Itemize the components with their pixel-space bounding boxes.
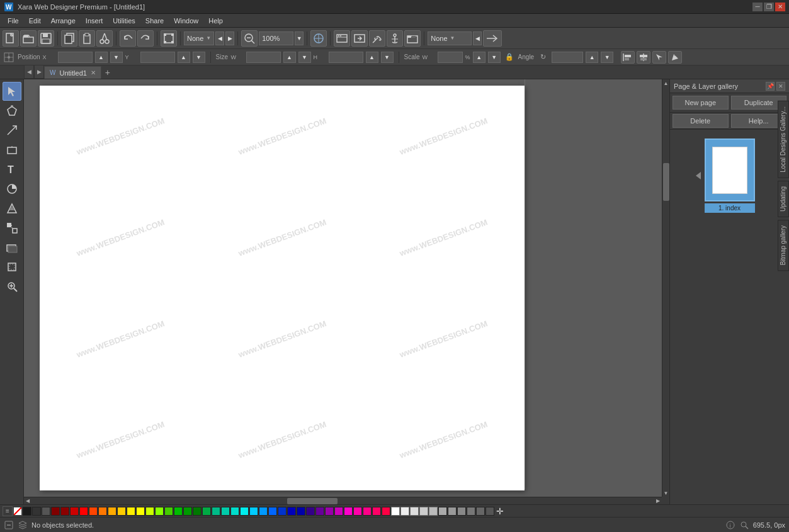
forward-button[interactable] bbox=[483, 30, 502, 47]
swatch-15[interactable] bbox=[155, 507, 164, 516]
snap-button[interactable] bbox=[310, 30, 327, 47]
swatch-13[interactable] bbox=[136, 507, 145, 516]
w-up-btn[interactable]: ▲ bbox=[283, 52, 296, 63]
swatch-10[interactable] bbox=[108, 507, 116, 516]
menu-share[interactable]: Share bbox=[140, 16, 169, 26]
swatch-25[interactable] bbox=[249, 507, 258, 516]
doc-tab-untitled1[interactable]: W Untitled1 ✕ bbox=[44, 66, 101, 79]
tab-button[interactable] bbox=[404, 30, 421, 47]
swatch-36[interactable] bbox=[353, 507, 362, 516]
x-down-btn[interactable]: ▼ bbox=[110, 52, 123, 63]
swatch-43[interactable] bbox=[419, 507, 428, 516]
swatch-27[interactable] bbox=[268, 507, 277, 516]
swatch-37[interactable] bbox=[363, 507, 372, 516]
menu-insert[interactable]: Insert bbox=[81, 16, 108, 26]
color-add-btn[interactable]: ✛ bbox=[495, 506, 505, 516]
tab-close-btn[interactable]: ✕ bbox=[91, 69, 96, 76]
anchor-button[interactable] bbox=[387, 30, 403, 47]
swatch-34[interactable] bbox=[334, 507, 343, 516]
panel-close-button[interactable]: ✕ bbox=[776, 82, 785, 91]
swatch-26[interactable] bbox=[259, 507, 268, 516]
shadow-tool-btn[interactable] bbox=[3, 238, 21, 257]
swatch-5[interactable] bbox=[60, 507, 69, 516]
swatch-42[interactable] bbox=[410, 507, 419, 516]
swatch-11[interactable] bbox=[117, 507, 126, 516]
new-button[interactable] bbox=[3, 30, 19, 47]
sw-down-btn[interactable]: ▼ bbox=[488, 52, 501, 63]
none-dropdown[interactable]: None ▼ bbox=[428, 31, 472, 45]
swatch-38[interactable] bbox=[372, 507, 381, 516]
w-down-btn[interactable]: ▼ bbox=[298, 52, 311, 63]
zoom-tool-btn[interactable] bbox=[3, 277, 21, 296]
swatch-29[interactable] bbox=[287, 507, 296, 516]
color-menu-btn[interactable]: ≡ bbox=[3, 506, 13, 516]
fill-dropdown[interactable]: None ▼ bbox=[184, 31, 214, 45]
align-left-btn[interactable] bbox=[621, 51, 635, 64]
swatch-4[interactable] bbox=[51, 507, 60, 516]
swatch-50[interactable] bbox=[485, 507, 494, 516]
local-designs-tab[interactable]: Local Designs Gallery... bbox=[778, 101, 789, 178]
swatch-40[interactable] bbox=[391, 507, 400, 516]
sw-up-btn[interactable]: ▲ bbox=[473, 52, 485, 63]
swatch-41[interactable] bbox=[400, 507, 409, 516]
x-up-btn[interactable]: ▲ bbox=[95, 52, 108, 63]
crop-tool-btn[interactable] bbox=[3, 258, 21, 276]
swatch-47[interactable] bbox=[457, 507, 466, 516]
swatch-7[interactable] bbox=[79, 507, 88, 516]
swatch-20[interactable] bbox=[202, 507, 211, 516]
y-up-btn[interactable]: ▲ bbox=[178, 52, 190, 63]
h-input[interactable] bbox=[329, 52, 363, 63]
selector-tool-btn[interactable] bbox=[3, 82, 21, 101]
swatch-24[interactable] bbox=[240, 507, 249, 516]
fill-prev-btn[interactable]: ◀ bbox=[215, 31, 224, 45]
pen-tool-btn[interactable] bbox=[668, 51, 682, 64]
swatch-19[interactable] bbox=[193, 507, 202, 516]
vscroll-up-arrow[interactable]: ▲ bbox=[662, 79, 669, 87]
sw-input[interactable] bbox=[438, 52, 463, 63]
undo-button[interactable] bbox=[120, 30, 136, 47]
page-expand-arrow[interactable] bbox=[696, 172, 701, 179]
menu-arrange[interactable]: Arrange bbox=[46, 16, 81, 26]
fill-next-btn[interactable]: ▶ bbox=[225, 31, 234, 45]
swatch-21[interactable] bbox=[212, 507, 220, 516]
menu-file[interactable]: File bbox=[3, 16, 24, 26]
swatch-48[interactable] bbox=[467, 507, 475, 516]
selector-arrow-btn[interactable] bbox=[652, 51, 666, 64]
zoom-input[interactable] bbox=[259, 31, 293, 45]
swatch-39[interactable] bbox=[382, 507, 390, 516]
swatch-22[interactable] bbox=[221, 507, 230, 516]
x-input[interactable] bbox=[58, 52, 93, 63]
y-down-btn[interactable]: ▼ bbox=[193, 52, 205, 63]
tab-add-button[interactable]: + bbox=[101, 66, 114, 79]
swatch-14[interactable] bbox=[145, 507, 154, 516]
swatch-32[interactable] bbox=[315, 507, 324, 516]
delete-button[interactable]: Delete bbox=[673, 114, 729, 128]
y-input[interactable] bbox=[140, 52, 175, 63]
export-button[interactable] bbox=[351, 30, 368, 47]
transparency-tool-btn[interactable] bbox=[3, 199, 21, 218]
swatch-16[interactable] bbox=[164, 507, 173, 516]
swatch-46[interactable] bbox=[448, 507, 457, 516]
swatch-18[interactable] bbox=[183, 507, 192, 516]
canvas-area[interactable]: www.WEBDESIGN.COM www.WEBDESIGN.COM www.… bbox=[24, 79, 669, 504]
rectangle-tool-btn[interactable] bbox=[3, 140, 21, 159]
restore-button[interactable]: ❐ bbox=[764, 3, 774, 11]
tab-nav-right[interactable]: ▶ bbox=[34, 65, 44, 79]
swatch-35[interactable] bbox=[344, 507, 353, 516]
save-button[interactable] bbox=[38, 30, 54, 47]
w-input[interactable] bbox=[246, 52, 281, 63]
swatch-33[interactable] bbox=[325, 507, 334, 516]
swatch-8[interactable] bbox=[89, 507, 98, 516]
swatch-49[interactable] bbox=[476, 507, 485, 516]
open-button[interactable] bbox=[20, 30, 37, 47]
page-thumbnail[interactable] bbox=[705, 139, 755, 201]
dark-swatch[interactable] bbox=[32, 507, 41, 516]
close-button[interactable]: ✕ bbox=[775, 3, 785, 11]
h-down-btn[interactable]: ▼ bbox=[381, 52, 394, 63]
swatch-3[interactable] bbox=[42, 507, 50, 516]
swatch-17[interactable] bbox=[174, 507, 183, 516]
vertical-scrollbar[interactable]: ▲ ▼ bbox=[662, 79, 669, 497]
zoom-out-button[interactable] bbox=[241, 30, 258, 47]
none-prev-btn[interactable]: ◀ bbox=[473, 31, 482, 45]
updating-tab[interactable]: Updating bbox=[778, 181, 789, 217]
